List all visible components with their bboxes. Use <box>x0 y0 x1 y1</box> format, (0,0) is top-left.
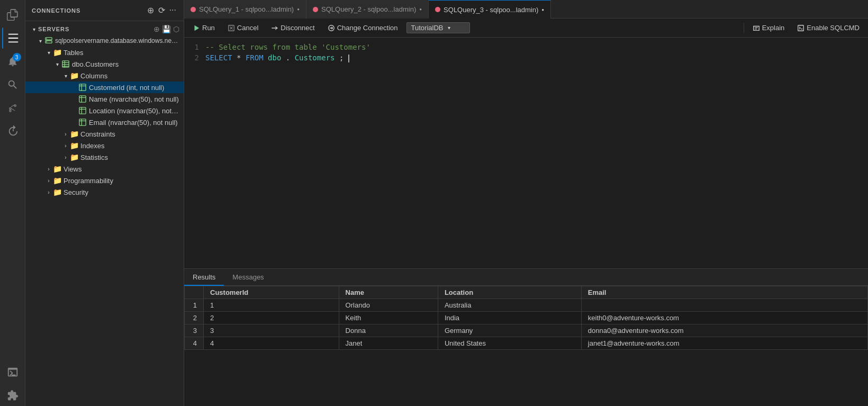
line-content-2: SELECT * FROM dbo . Customers ; <box>205 52 349 63</box>
dbo-customers-node[interactable]: dbo.Customers <box>25 58 184 70</box>
servers-header[interactable]: SERVERS ⊕ 💾 ⬡ <box>25 23 184 35</box>
disconnect-button[interactable]: Disconnect <box>267 23 319 33</box>
dot-token: . <box>286 53 290 62</box>
row4-name: Janet <box>339 337 438 350</box>
row4-num: 4 <box>185 337 204 350</box>
svg-rect-9 <box>79 84 86 91</box>
header-customerid: CustomerId <box>204 286 339 299</box>
indexes-label: Indexes <box>80 142 179 150</box>
col-email[interactable]: Email (nvarchar(50), not null) <box>25 116 184 128</box>
server-label: sqlpoolservername.database.windows.net, … <box>55 37 179 44</box>
connections-icon[interactable] <box>2 28 23 49</box>
security-folder-icon: 📁 <box>53 188 61 196</box>
tab2-label: SQLQuery_2 - sqlpoo...ladmin) <box>321 5 416 13</box>
line-content-1: -- Select rows from table 'Customers' <box>205 42 370 52</box>
tab-sqlquery3[interactable]: SQLQuery_3 - sqlpoo...ladmin) ● <box>429 0 551 19</box>
columns-node[interactable]: 📁 Columns <box>25 70 184 82</box>
activity-bar: 3 <box>0 0 25 406</box>
indexes-folder-icon: 📁 <box>70 141 78 150</box>
col2-arrow <box>70 95 78 103</box>
row2-location: India <box>438 312 581 324</box>
svg-marker-21 <box>195 25 200 31</box>
tab2-sql-icon <box>313 7 318 12</box>
save-icon[interactable]: 💾 <box>162 25 171 33</box>
change-connection-button[interactable]: Change Connection <box>323 23 402 33</box>
security-node[interactable]: 📁 Security <box>25 186 184 198</box>
header-name: Name <box>339 286 438 299</box>
tables-folder-icon: 📁 <box>53 48 61 57</box>
results-header-row: CustomerId Name Location Email <box>185 286 868 299</box>
server-arrow <box>36 37 44 45</box>
terminal-icon[interactable] <box>2 362 23 383</box>
tables-label: Tables <box>64 49 179 57</box>
row4-location: United States <box>438 337 581 350</box>
constraints-node[interactable]: 📁 Constraints <box>25 128 184 140</box>
toolbar-sep <box>744 23 744 33</box>
tables-node[interactable]: 📁 Tables <box>25 47 184 58</box>
comment-text: -- Select rows from table 'Customers' <box>205 43 370 51</box>
col1-icon <box>78 83 87 92</box>
row2-num: 2 <box>185 312 204 324</box>
statistics-node[interactable]: 📁 Statistics <box>25 151 184 163</box>
col-customerid[interactable]: CustomerId (int, not null) <box>25 82 184 93</box>
sidebar-title: CONNECTIONS <box>32 7 80 14</box>
tab-messages[interactable]: Messages <box>224 269 272 286</box>
tab1-label: SQLQuery_1 - sqlpoo...ladmin) <box>199 5 294 13</box>
sidebar-action-more[interactable]: ··· <box>168 4 177 16</box>
results-table-wrap[interactable]: CustomerId Name Location Email 1 1 Orlan… <box>184 286 868 406</box>
line-number-1: 1 <box>184 42 205 52</box>
server-icon <box>44 37 53 45</box>
tab-results[interactable]: Results <box>184 269 224 286</box>
row3-customerid: 3 <box>204 324 339 337</box>
row3-num: 3 <box>185 324 204 337</box>
semicolon-token: ; <box>339 53 343 62</box>
indexes-node[interactable]: 📁 Indexes <box>25 140 184 151</box>
server-node[interactable]: sqlpoolservername.database.windows.net, … <box>25 35 184 47</box>
cancel-button[interactable]: Cancel <box>223 23 263 33</box>
tab-sqlquery2[interactable]: SQLQuery_2 - sqlpoo...ladmin) ● <box>306 0 429 19</box>
tab-sqlquery1[interactable]: SQLQuery_1 - sqlpoo...ladmin) ● <box>184 0 306 19</box>
svg-rect-18 <box>79 119 86 125</box>
col1-arrow <box>70 83 78 92</box>
enable-sqlcmd-button[interactable]: Enable SQLCMD <box>793 23 864 33</box>
files-icon[interactable] <box>2 4 23 25</box>
col-name[interactable]: Name (nvarchar(50), not null) <box>25 93 184 105</box>
explain-button[interactable]: Explain <box>748 23 789 33</box>
source-control-icon[interactable] <box>2 97 23 119</box>
add-server-icon[interactable]: ⊕ <box>153 25 160 33</box>
enable-sqlcmd-label: Enable SQLCMD <box>807 24 860 32</box>
col3-arrow <box>70 106 78 115</box>
col-location[interactable]: Location (nvarchar(50), not null) <box>25 105 184 116</box>
columns-arrow <box>61 71 70 80</box>
col4-label: Email (nvarchar(50), not null) <box>89 119 179 127</box>
programmability-node[interactable]: 📁 Programmability <box>25 175 184 186</box>
constraints-label: Constraints <box>80 130 179 138</box>
database-dropdown-arrow: ▾ <box>448 25 450 31</box>
editor-line-1: 1 -- Select rows from table 'Customers' <box>184 42 868 52</box>
database-select[interactable]: TutorialDB ▾ <box>406 22 470 33</box>
svg-point-2 <box>46 38 47 39</box>
tab3-sql-icon <box>435 7 440 12</box>
views-label: Views <box>64 165 179 173</box>
svg-rect-12 <box>79 96 86 102</box>
notifications-icon[interactable]: 3 <box>2 51 23 72</box>
sidebar-action-new[interactable]: ⊕ <box>146 4 155 16</box>
run-button[interactable]: Run <box>188 23 219 33</box>
table-icon <box>61 60 70 68</box>
row1-location: Australia <box>438 299 581 312</box>
tab2-dot: ● <box>419 7 422 12</box>
messages-tab-label: Messages <box>232 273 264 281</box>
tab-bar: SQLQuery_1 - sqlpoo...ladmin) ● SQLQuery… <box>184 0 868 19</box>
search-icon[interactable] <box>2 74 23 95</box>
tree-view: SERVERS ⊕ 💾 ⬡ sqlpoolservername.database… <box>25 21 184 406</box>
sidebar-action-refresh[interactable]: ⟳ <box>157 4 166 16</box>
history-icon[interactable] <box>2 121 23 142</box>
row1-name: Orlando <box>339 299 438 312</box>
filter-icon[interactable]: ⬡ <box>173 25 179 33</box>
prog-folder-icon: 📁 <box>53 176 61 185</box>
editor-area[interactable]: 1 -- Select rows from table 'Customers' … <box>184 38 868 268</box>
constraints-folder-icon: 📁 <box>70 130 78 138</box>
extensions-icon[interactable] <box>2 385 23 406</box>
sqlcmd-icon <box>797 24 804 32</box>
views-node[interactable]: 📁 Views <box>25 163 184 175</box>
